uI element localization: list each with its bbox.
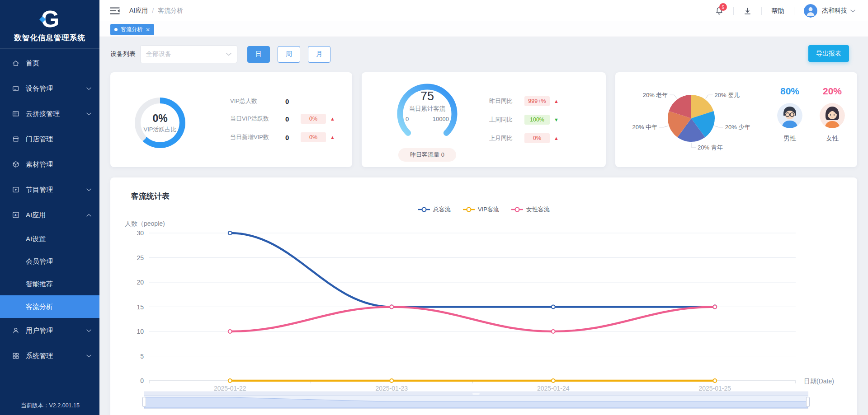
datazoom-slider[interactable] [144, 392, 808, 409]
help-link[interactable]: 帮助 [771, 7, 784, 15]
trend-up-icon: ▲ [330, 135, 335, 140]
sidebar-item-device[interactable]: 设备管理 [0, 76, 99, 101]
chevron-down-icon [86, 112, 91, 116]
breadcrumb-item-ai[interactable]: AI应用 [129, 7, 148, 15]
datazoom-handle-left[interactable] [142, 397, 146, 407]
vip-active-label: VIP活跃占比 [144, 126, 177, 134]
datazoom-preview [144, 396, 808, 408]
trend-badge: 0% [301, 114, 326, 124]
sidebar-subitem[interactable]: 会员管理 [0, 250, 99, 273]
top-bar: AI应用 / 客流分析 5 帮助 杰和科技 [99, 0, 868, 22]
svg-text:2025-01-23: 2025-01-23 [375, 385, 408, 392]
sidebar-subitem[interactable]: AI设置 [0, 228, 99, 250]
svg-text:25: 25 [137, 254, 144, 261]
data-point [552, 305, 555, 309]
pie-label: 20% 婴儿 [715, 92, 740, 98]
sidebar-subitem[interactable]: 智能推荐 [0, 273, 99, 295]
female-avatar-icon [820, 103, 845, 128]
chevron-down-icon [86, 329, 91, 332]
notification-bell-icon[interactable]: 5 [715, 6, 724, 15]
ai-icon: AI [12, 211, 20, 219]
sidebar-item-system[interactable]: 系统管理 [0, 343, 99, 368]
trend-badge: 0% [301, 132, 326, 142]
line-series-0 [230, 233, 715, 307]
gender-ratio-block: 80%男性20%女性 [775, 86, 847, 143]
chevron-up-icon [86, 214, 91, 217]
data-point [552, 330, 555, 333]
svg-text:5: 5 [140, 353, 144, 360]
breadcrumb-separator: / [152, 7, 154, 14]
device-select-value: 全部设备 [146, 50, 226, 58]
datazoom-handle-right[interactable] [806, 397, 810, 407]
male-avatar-icon [777, 103, 802, 128]
download-icon[interactable] [743, 7, 752, 15]
tab-label: 客流分析 [121, 26, 142, 33]
sidebar-item-program[interactable]: 节目管理 [0, 177, 99, 202]
vip-active-percent: 0% [152, 112, 167, 125]
daily-flow-card: 75 当日累计客流 0 10000 昨日客流量 0 昨日同比999+%▲上周同比… [362, 72, 606, 167]
trend-up-icon: ▲ [554, 135, 559, 141]
trend-badge: 100% [524, 115, 550, 125]
sidebar-item-home[interactable]: 首页 [0, 51, 99, 76]
datazoom-window[interactable] [144, 395, 808, 409]
yesterday-flow-pill: 昨日客流量 0 [398, 148, 456, 162]
datazoom-track[interactable] [144, 392, 808, 395]
svg-text:10: 10 [137, 328, 144, 335]
close-tab-icon[interactable]: ✕ [146, 27, 150, 33]
x-axis-name: 日期(Date) [804, 378, 834, 386]
sidebar-item-store[interactable]: 门店管理 [0, 126, 99, 152]
stat-row: 昨日同比999+%▲ [489, 96, 598, 106]
version-label: 当前版本：V2.2.001.15 [21, 402, 80, 410]
device-icon [12, 84, 20, 93]
data-point [228, 379, 232, 382]
notification-count-badge: 5 [719, 3, 727, 11]
app-title: 数智化信息管理系统 [14, 33, 85, 43]
svg-text:2025-01-25: 2025-01-25 [698, 385, 731, 392]
stat-row: 上周同比100%▼ [489, 115, 598, 125]
sidebar-subitem[interactable]: 客流分析 [0, 295, 99, 318]
breadcrumb-current: 客流分析 [158, 7, 183, 15]
daily-flow-label: 当日累计客流 [393, 105, 461, 113]
sidebar-item-splice[interactable]: 云拼接管理 [0, 101, 99, 126]
user-avatar[interactable] [804, 4, 817, 18]
data-point [552, 379, 555, 382]
user-icon [12, 326, 20, 335]
vip-stats-card: 0% VIP活跃占比 VIP总人数0当日VIP活跃数00%▲当日新增VIP数00… [110, 72, 352, 167]
line-series-2 [230, 307, 715, 332]
sidebar-item-ai[interactable]: AIAI应用 [0, 202, 99, 228]
chevron-down-icon [86, 354, 91, 358]
flow-statistics-card: 客流统计表 总客流VIP客流女性客流 人数（people) 0510152025… [110, 177, 857, 415]
app-logo-block: G 数智化信息管理系统 [0, 0, 99, 49]
stat-row: 上月同比0%▲ [489, 133, 598, 143]
trend-up-icon: ▲ [554, 98, 559, 104]
gauge-max: 10000 [433, 116, 449, 122]
gender-percent: 80% [780, 86, 799, 97]
gender-percent: 20% [823, 86, 842, 97]
stat-row: 当日VIP活跃数00%▲ [230, 114, 345, 124]
tab-passenger-analysis[interactable]: 客流分析 ✕ [110, 24, 154, 35]
system-icon [12, 352, 20, 360]
daily-flow-value: 75 [393, 89, 461, 103]
app-logo-icon: G [36, 6, 63, 32]
company-name[interactable]: 杰和科技 [822, 7, 847, 15]
datazoom-grip[interactable] [472, 393, 480, 395]
svg-text:0: 0 [140, 377, 144, 384]
sidebar-item-user[interactable]: 用户管理 [0, 318, 99, 343]
tab-active-dot [114, 28, 118, 31]
device-select[interactable]: 全部设备 [140, 45, 237, 63]
device-list-label: 设备列表 [110, 50, 136, 58]
period-button-月[interactable]: 月 [308, 46, 330, 63]
gender-female-block: 20%女性 [817, 86, 847, 143]
data-point [390, 379, 393, 382]
chevron-down-icon[interactable] [850, 9, 855, 13]
sidebar-item-material[interactable]: 素材管理 [0, 152, 99, 177]
period-button-周[interactable]: 周 [278, 46, 300, 63]
svg-text:AI: AI [14, 214, 18, 217]
period-button-日[interactable]: 日 [247, 46, 270, 63]
stat-row: VIP总人数0 [230, 97, 345, 105]
collapse-sidebar-icon[interactable] [109, 6, 120, 15]
home-icon [12, 59, 20, 67]
data-point [228, 231, 232, 235]
chevron-down-icon [226, 53, 231, 56]
export-report-button[interactable]: 导出报表 [808, 45, 849, 62]
